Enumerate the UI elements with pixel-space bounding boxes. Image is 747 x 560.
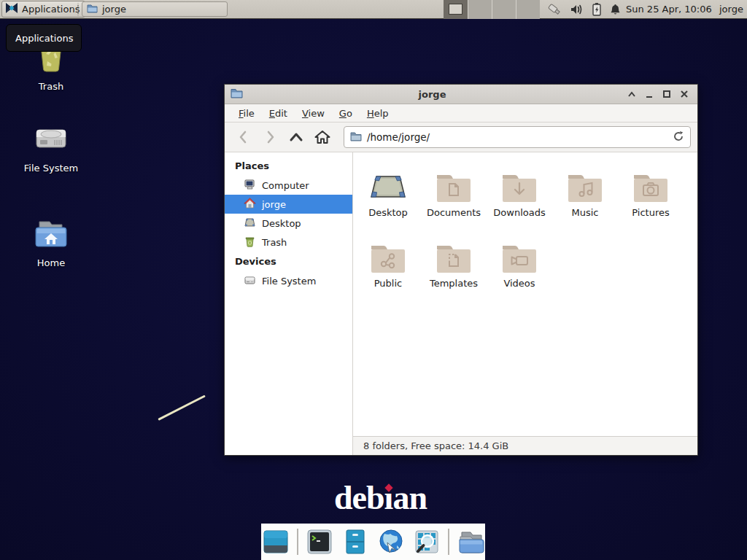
file-system-label: File System — [24, 163, 78, 174]
folder-documents-icon — [435, 160, 473, 204]
folder-label: Downloads — [493, 207, 545, 218]
wallpaper-line-artifact — [158, 394, 206, 420]
task-window-title: jorge — [102, 4, 126, 15]
location-bar[interactable]: /home/jorge/ — [344, 126, 691, 148]
menu-help[interactable]: Help — [362, 106, 394, 121]
statusbar: 8 folders, Free space: 14.4 GiB — [353, 436, 697, 455]
sidebar-item-computer[interactable]: Computer — [225, 176, 352, 195]
dock-separator — [297, 529, 298, 555]
desktop-icon-file-system[interactable]: File System — [16, 125, 86, 174]
sidebar-item-trash[interactable]: Trash — [225, 233, 352, 252]
panel-handle[interactable] — [76, 3, 80, 16]
applications-menu-button[interactable]: Applications — [1, 1, 85, 18]
menu-edit[interactable]: Edit — [264, 106, 293, 121]
folder-item-music[interactable]: Music — [552, 160, 618, 231]
drive-icon — [244, 274, 256, 288]
menubar: File Edit View Go Help — [225, 104, 697, 122]
sidebar-label: Desktop — [262, 218, 301, 229]
applications-tooltip: Applications — [6, 24, 82, 52]
folder-label: Documents — [427, 207, 481, 218]
terminal-icon[interactable] — [305, 527, 334, 556]
workspace-switcher — [444, 0, 540, 19]
desktop-special-icon — [368, 160, 409, 204]
panel-username: jorge — [719, 0, 743, 18]
notifications-bell-icon[interactable] — [606, 0, 624, 19]
menu-file[interactable]: File — [233, 106, 260, 121]
computer-icon — [244, 179, 256, 192]
folder-videos-icon — [500, 231, 538, 275]
file-cabinet-icon[interactable] — [341, 527, 370, 556]
main-view: Desktop Documents — [353, 152, 697, 455]
file-folder-icon[interactable] — [456, 527, 485, 556]
shade-button[interactable] — [624, 88, 639, 101]
up-button[interactable] — [284, 126, 309, 148]
maximize-button[interactable] — [659, 88, 674, 101]
workspace-window-thumb — [449, 4, 462, 15]
folder-item-public[interactable]: Public — [355, 231, 421, 302]
sidebar-label: Computer — [262, 180, 309, 191]
window-folder-icon — [231, 88, 243, 101]
workspace-4[interactable] — [516, 0, 540, 19]
trash-small-icon — [244, 236, 256, 249]
applications-menu-label: Applications — [22, 4, 80, 15]
workspace-3[interactable] — [492, 0, 516, 19]
menu-go[interactable]: Go — [334, 106, 357, 121]
location-folder-icon — [350, 131, 362, 144]
folder-label: Pictures — [632, 207, 669, 218]
devices-header: Devices — [225, 252, 352, 271]
file-manager-window: jorge File Edit View Go Help — [224, 84, 698, 456]
folder-item-videos[interactable]: Videos — [487, 231, 552, 302]
back-button[interactable] — [231, 126, 256, 148]
application-finder-icon[interactable] — [412, 527, 441, 556]
reload-icon[interactable] — [673, 131, 684, 144]
folder-label: Videos — [503, 278, 535, 289]
taskbar-window-button[interactable]: jorge — [82, 1, 228, 17]
top-panel: Applications jorge — [0, 0, 747, 19]
removable-media-icon[interactable] — [546, 0, 563, 19]
home-button[interactable] — [310, 126, 335, 148]
show-desktop-icon[interactable] — [261, 527, 290, 556]
workspace-1[interactable] — [444, 0, 468, 19]
window-title: jorge — [243, 89, 622, 100]
volume-icon[interactable] — [568, 0, 586, 19]
sidebar-item-file-system[interactable]: File System — [225, 271, 352, 290]
toolbar: /home/jorge/ — [225, 122, 697, 152]
folder-pictures-icon — [632, 160, 670, 204]
workspace-2[interactable] — [468, 0, 492, 19]
minimize-button[interactable] — [642, 88, 657, 101]
sidebar: Places Computer — [225, 152, 353, 455]
folder-item-downloads[interactable]: Downloads — [487, 160, 552, 231]
desktop-icon-home[interactable]: Home — [16, 217, 86, 268]
folder-item-pictures[interactable]: Pictures — [618, 160, 684, 231]
menu-view[interactable]: View — [297, 106, 330, 121]
debian-logo: debıan — [334, 478, 427, 517]
close-button[interactable] — [677, 88, 692, 101]
sidebar-label: jorge — [262, 199, 286, 210]
sidebar-label: Trash — [262, 237, 287, 248]
sidebar-item-jorge[interactable]: jorge — [225, 195, 352, 214]
home-folder-icon — [32, 217, 70, 253]
forward-button[interactable] — [258, 126, 282, 148]
folder-label: Music — [572, 207, 599, 218]
folder-item-desktop[interactable]: Desktop — [355, 160, 421, 231]
statusbar-text: 8 folders, Free space: 14.4 GiB — [363, 440, 508, 451]
window-titlebar[interactable]: jorge — [225, 85, 697, 104]
location-path[interactable]: /home/jorge/ — [367, 131, 667, 143]
sidebar-item-desktop[interactable]: Desktop — [225, 214, 352, 233]
folder-label: Desktop — [368, 207, 408, 218]
home-label: Home — [37, 257, 65, 268]
window-body: Places Computer — [225, 152, 697, 455]
dock — [261, 524, 485, 560]
folder-label: Public — [374, 278, 402, 289]
folder-grid: Desktop Documents — [353, 152, 697, 436]
folder-item-templates[interactable]: Templates — [421, 231, 487, 302]
panel-clock[interactable]: Sun 25 Apr, 10:06 — [626, 0, 712, 18]
tooltip-text: Applications — [15, 33, 73, 44]
hard-drive-icon — [34, 125, 69, 158]
web-browser-icon[interactable] — [376, 527, 406, 556]
folder-item-documents[interactable]: Documents — [421, 160, 487, 231]
task-folder-icon — [87, 4, 98, 15]
battery-charging-icon[interactable] — [588, 0, 605, 19]
xfce-applications-icon — [5, 1, 18, 17]
dock-separator — [448, 529, 449, 555]
